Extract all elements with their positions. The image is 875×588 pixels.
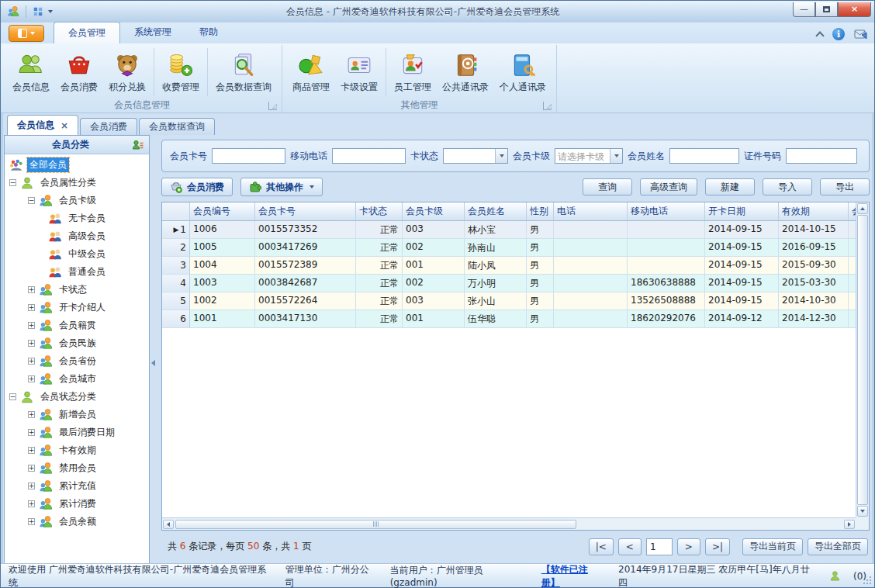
prev-page-button[interactable]: < xyxy=(618,538,642,555)
mail-help-icon[interactable] xyxy=(854,28,868,40)
collapse-icon[interactable]: − xyxy=(9,393,16,400)
table-row[interactable]: 510020015572264正常003张小山男135265088882014-… xyxy=(162,292,856,310)
scroll-left-button[interactable] xyxy=(163,520,174,529)
tree-item-senior-member[interactable]: 高级会员 xyxy=(5,227,149,245)
tree-item-middle-member[interactable]: 中级会员 xyxy=(5,245,149,263)
page-input[interactable]: 1 xyxy=(646,538,673,555)
tree-item-new-members[interactable]: +新增会员 xyxy=(5,406,149,424)
maximize-button[interactable] xyxy=(815,2,838,17)
export-current-page-button[interactable]: 导出当前页 xyxy=(742,538,803,555)
close-button[interactable]: × xyxy=(838,2,871,17)
column-header-2[interactable]: 会员卡号 xyxy=(255,202,356,221)
tree-item-member-city[interactable]: +会员城市 xyxy=(5,370,149,388)
new-button[interactable]: 新建 xyxy=(705,178,755,195)
collapse-icon[interactable]: − xyxy=(9,179,16,186)
mobile-field[interactable] xyxy=(332,148,406,164)
card-status-select[interactable] xyxy=(443,148,508,164)
registered-link[interactable]: 【软件已注册】 xyxy=(541,563,606,588)
horizontal-scroll-thumb[interactable] xyxy=(175,520,576,529)
column-header-6[interactable]: 性别 xyxy=(527,202,554,221)
expand-icon[interactable]: + xyxy=(28,465,35,472)
expand-icon[interactable]: + xyxy=(28,322,35,329)
export-button[interactable]: 导出 xyxy=(820,178,870,195)
import-button[interactable]: 导入 xyxy=(763,178,812,195)
doctab-member-consume[interactable]: 会员消费 xyxy=(80,118,137,135)
query-button[interactable]: 查询 xyxy=(583,178,632,195)
tree-item-no-card-member[interactable]: 无卡会员 xyxy=(5,209,149,227)
resize-grip[interactable] xyxy=(862,575,871,584)
tree-item-normal-member[interactable]: 普通会员 xyxy=(5,263,149,281)
application-menu-button[interactable] xyxy=(9,25,44,42)
tree-item-member-native-place[interactable]: +会员籍贯 xyxy=(5,316,149,334)
column-header-10[interactable]: 有效期 xyxy=(779,202,849,221)
last-page-button[interactable]: >| xyxy=(705,538,730,555)
tree-item-member-ethnicity[interactable]: +会员民族 xyxy=(5,334,149,352)
tree-item-disabled-members[interactable]: +禁用会员 xyxy=(5,459,149,477)
tree-item-all-members[interactable]: 全部会员 xyxy=(5,156,149,174)
expand-icon[interactable]: + xyxy=(28,518,35,525)
tree-item-member-attribute-category[interactable]: −会员属性分类 xyxy=(5,174,149,192)
member-info-button[interactable]: 会员信息 xyxy=(7,50,55,95)
public-contacts-button[interactable]: 公共通讯录 xyxy=(437,50,494,95)
table-row[interactable]: 410030003842687正常002万小明男186306388882014-… xyxy=(162,275,856,292)
tree-item-member-balance[interactable]: +会员余额 xyxy=(5,513,149,531)
column-header-9[interactable]: 开卡日期 xyxy=(705,202,779,221)
scroll-up-button[interactable] xyxy=(857,203,868,214)
sidebar-splitter[interactable] xyxy=(150,135,157,564)
column-header-5[interactable]: 会员姓名 xyxy=(465,202,527,221)
expand-icon[interactable]: + xyxy=(28,429,35,436)
member-name-field[interactable] xyxy=(669,148,739,164)
column-header-3[interactable]: 卡状态 xyxy=(356,202,403,221)
chevron-down-icon[interactable] xyxy=(610,149,622,163)
tree-item-member-province[interactable]: +会员省份 xyxy=(5,352,149,370)
member-data-query-button[interactable]: 会员数据查询 xyxy=(210,50,277,95)
tree-item-card-validity[interactable]: +卡有效期 xyxy=(5,441,149,459)
column-header-4[interactable]: 会员卡级 xyxy=(403,202,465,221)
tree-item-card-status[interactable]: +卡状态 xyxy=(5,281,149,299)
card-no-field[interactable] xyxy=(212,148,285,164)
advanced-query-button[interactable]: 高级查询 xyxy=(640,178,697,195)
collapse-ribbon-icon[interactable] xyxy=(815,31,824,40)
column-header-11[interactable]: 会员 xyxy=(849,202,856,221)
tree-item-member-card-level[interactable]: −会员卡级 xyxy=(5,192,149,209)
export-all-pages-button[interactable]: 导出全部页 xyxy=(808,538,868,555)
expand-icon[interactable]: + xyxy=(28,483,35,489)
vertical-scrollbar[interactable] xyxy=(856,202,869,517)
doctab-member-data-query[interactable]: 会员数据查询 xyxy=(139,118,215,135)
tree-item-total-consume[interactable]: +累计消费 xyxy=(5,495,149,513)
first-page-button[interactable]: |< xyxy=(589,538,614,555)
tree-item-member-status-category[interactable]: −会员状态分类 xyxy=(5,388,149,406)
dialog-launcher-icon[interactable]: ◿ xyxy=(268,102,277,110)
layout-icon[interactable] xyxy=(33,6,43,17)
column-header-8[interactable]: 移动电话 xyxy=(628,202,705,221)
chevron-down-icon[interactable] xyxy=(495,149,507,163)
column-header-7[interactable]: 电话 xyxy=(554,202,628,221)
tab-help[interactable]: 帮助 xyxy=(185,22,232,43)
points-exchange-button[interactable]: 积分兑换 xyxy=(103,50,151,95)
tree-item-total-recharge[interactable]: +累计充值 xyxy=(5,477,149,495)
tab-system-management[interactable]: 系统管理 xyxy=(120,22,185,43)
expand-icon[interactable]: + xyxy=(28,447,35,454)
expand-icon[interactable]: + xyxy=(28,304,35,311)
tab-member-management[interactable]: 会员管理 xyxy=(54,22,120,44)
expand-icon[interactable]: + xyxy=(28,340,35,347)
staff-management-button[interactable]: 员工管理 xyxy=(389,50,437,95)
horizontal-scrollbar[interactable] xyxy=(162,517,856,530)
goods-management-button[interactable]: 商品管理 xyxy=(287,50,335,95)
fee-management-button[interactable]: 收费管理 xyxy=(157,50,205,95)
other-actions-button[interactable]: 其他操作 xyxy=(240,178,323,196)
expand-icon[interactable]: + xyxy=(28,286,35,293)
member-consume-button[interactable]: 会员消费 xyxy=(161,178,233,196)
member-list-icon[interactable] xyxy=(132,139,144,151)
doctab-member-info[interactable]: 会员信息× xyxy=(7,115,78,135)
column-header-1[interactable]: 会员编号 xyxy=(190,202,255,221)
table-row[interactable]: 210050003417269正常002孙南山男2014-09-152016-0… xyxy=(162,239,856,257)
scroll-right-button[interactable] xyxy=(844,520,855,529)
expand-icon[interactable]: + xyxy=(28,500,35,507)
minimize-button[interactable]: — xyxy=(793,2,815,17)
id-number-field[interactable] xyxy=(786,148,857,164)
expand-icon[interactable]: + xyxy=(28,358,35,365)
card-level-settings-button[interactable]: 卡级设置 xyxy=(335,50,383,95)
tree-item-card-referrer[interactable]: +开卡介绍人 xyxy=(5,299,149,316)
table-row[interactable]: ▶110060015573352正常003林小宝男2014-09-152014-… xyxy=(162,221,856,239)
